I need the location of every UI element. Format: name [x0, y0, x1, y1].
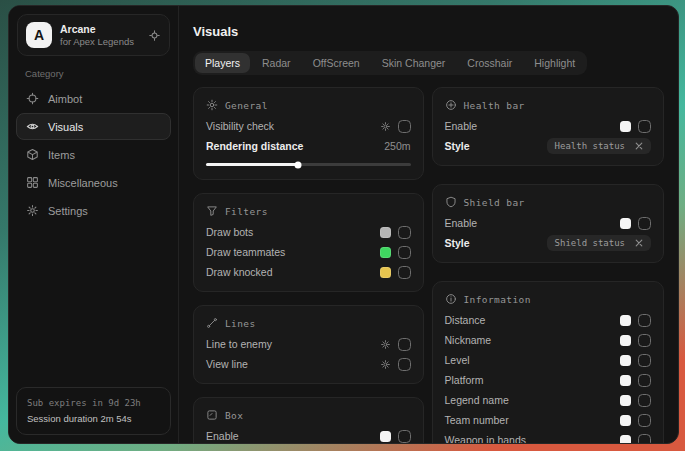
- shield-icon: [445, 196, 457, 208]
- tab-radar[interactable]: Radar: [252, 53, 301, 73]
- team-number-checkbox[interactable]: [638, 414, 651, 427]
- line-to-enemy-checkbox[interactable]: [398, 338, 411, 351]
- draw-knocked-checkbox[interactable]: [398, 266, 411, 279]
- session-duration-text: Session duration 2m 54s: [27, 411, 160, 426]
- app-name: Arcane: [60, 23, 140, 36]
- sidebar-item-settings[interactable]: Settings: [16, 197, 171, 224]
- setting-row-nickname: Nickname: [445, 330, 652, 350]
- clear-icon[interactable]: [635, 239, 643, 247]
- setting-row-rendering-distance: Rendering distance 250m: [206, 136, 411, 156]
- box-color-swatch[interactable]: [380, 431, 391, 442]
- legend-name-color-swatch[interactable]: [620, 395, 631, 406]
- setting-row-distance: Distance: [445, 310, 652, 330]
- funnel-icon: [206, 205, 218, 217]
- distance-color-swatch[interactable]: [620, 315, 631, 326]
- sidebar-item-label: Settings: [48, 205, 88, 217]
- sidebar-item-miscellaneous[interactable]: Miscellaneous: [16, 169, 171, 196]
- sidebar-item-label: Visuals: [48, 121, 83, 133]
- setting-row-view-line: View line: [206, 354, 411, 374]
- draw-bots-color-swatch[interactable]: [380, 227, 391, 238]
- tab-skin-changer[interactable]: Skin Changer: [372, 53, 456, 73]
- draw-bots-checkbox[interactable]: [398, 226, 411, 239]
- app-logo: A: [26, 22, 52, 48]
- sidebar-item-visuals[interactable]: Visuals: [16, 113, 171, 140]
- gear-icon[interactable]: [380, 121, 391, 132]
- tab-highlight[interactable]: Highlight: [524, 53, 585, 73]
- shield-enable-checkbox[interactable]: [638, 217, 651, 230]
- card-lines: Lines Line to enemy View line: [193, 305, 424, 384]
- sidebar-item-aimbot[interactable]: Aimbot: [16, 85, 171, 112]
- sidebar-nav: Aimbot Visuals Items Miscellaneous: [9, 85, 178, 224]
- setting-row-draw-teammates: Draw teammates: [206, 242, 411, 262]
- setting-row-health-style: Style Health status: [445, 136, 652, 156]
- card-title: Lines: [225, 318, 256, 329]
- cube-icon: [26, 148, 39, 161]
- view-line-checkbox[interactable]: [398, 358, 411, 371]
- nickname-color-swatch[interactable]: [620, 335, 631, 346]
- health-enable-checkbox[interactable]: [638, 120, 651, 133]
- sub-expires-text: Sub expires in 9d 23h: [27, 396, 160, 410]
- rendering-distance-slider[interactable]: [206, 163, 411, 166]
- sidebar-item-label: Miscellaneous: [48, 177, 118, 189]
- legend-name-checkbox[interactable]: [638, 394, 651, 407]
- setting-row-visibility-check: Visibility check: [206, 116, 411, 136]
- session-info-card: Sub expires in 9d 23h Session duration 2…: [16, 387, 171, 435]
- brand-card: A Arcane for Apex Legends: [17, 14, 170, 56]
- setting-row-health-enable: Enable: [445, 116, 652, 136]
- card-title: General: [225, 100, 268, 111]
- sidebar-item-label: Aimbot: [48, 93, 82, 105]
- box-enable-checkbox[interactable]: [398, 430, 411, 443]
- card-title: Filters: [225, 206, 268, 217]
- card-shield-bar: Shield bar Enable Style Shield status: [432, 184, 665, 263]
- setting-row-legend-name: Legend name: [445, 390, 652, 410]
- card-information: Information Distance Nickname: [432, 281, 665, 443]
- app-window: A Arcane for Apex Legends Category Aimbo…: [8, 5, 679, 444]
- team-number-color-swatch[interactable]: [620, 415, 631, 426]
- gear-icon[interactable]: [380, 359, 391, 370]
- health-color-swatch[interactable]: [620, 121, 631, 132]
- card-filters: Filters Draw bots Draw teammates: [193, 193, 424, 292]
- platform-color-swatch[interactable]: [620, 375, 631, 386]
- draw-knocked-color-swatch[interactable]: [380, 267, 391, 278]
- setting-row-level: Level: [445, 350, 652, 370]
- card-box: Box Enable Enable background: [193, 397, 424, 443]
- shield-style-select[interactable]: Shield status: [547, 235, 651, 251]
- main-panel: Visuals Players Radar OffScreen Skin Cha…: [179, 6, 678, 443]
- tab-crosshair[interactable]: Crosshair: [457, 53, 522, 73]
- target-icon[interactable]: [148, 29, 161, 42]
- tab-players[interactable]: Players: [195, 53, 250, 73]
- rendering-distance-value: 250m: [384, 140, 410, 152]
- sidebar-item-items[interactable]: Items: [16, 141, 171, 168]
- sidebar: A Arcane for Apex Legends Category Aimbo…: [9, 6, 179, 443]
- gear-icon: [26, 204, 39, 217]
- info-icon: [445, 293, 457, 305]
- card-health-bar: Health bar Enable Style Health status: [432, 87, 665, 166]
- category-label: Category: [25, 68, 162, 79]
- slider-thumb[interactable]: [295, 161, 302, 168]
- draw-teammates-checkbox[interactable]: [398, 246, 411, 259]
- card-title: Shield bar: [464, 197, 525, 208]
- distance-checkbox[interactable]: [638, 314, 651, 327]
- page-title: Visuals: [193, 24, 664, 39]
- tab-bar: Players Radar OffScreen Skin Changer Cro…: [193, 51, 587, 75]
- nickname-checkbox[interactable]: [638, 334, 651, 347]
- weapon-in-hands-color-swatch[interactable]: [620, 435, 631, 444]
- weapon-in-hands-checkbox[interactable]: [638, 434, 651, 444]
- crosshair-icon: [26, 92, 39, 105]
- platform-checkbox[interactable]: [638, 374, 651, 387]
- draw-teammates-color-swatch[interactable]: [380, 247, 391, 258]
- clear-icon[interactable]: [635, 142, 643, 150]
- level-color-swatch[interactable]: [620, 355, 631, 366]
- setting-row-draw-knocked: Draw knocked: [206, 262, 411, 282]
- setting-row-box-enable: Enable: [206, 426, 411, 443]
- sidebar-item-label: Items: [48, 149, 75, 161]
- setting-row-shield-style: Style Shield status: [445, 233, 652, 253]
- visibility-check-checkbox[interactable]: [398, 120, 411, 133]
- health-style-select[interactable]: Health status: [547, 138, 651, 154]
- shield-color-swatch[interactable]: [620, 218, 631, 229]
- level-checkbox[interactable]: [638, 354, 651, 367]
- health-icon: [445, 99, 457, 111]
- tab-offscreen[interactable]: OffScreen: [303, 53, 370, 73]
- gear-icon[interactable]: [380, 339, 391, 350]
- sun-icon: [206, 99, 218, 111]
